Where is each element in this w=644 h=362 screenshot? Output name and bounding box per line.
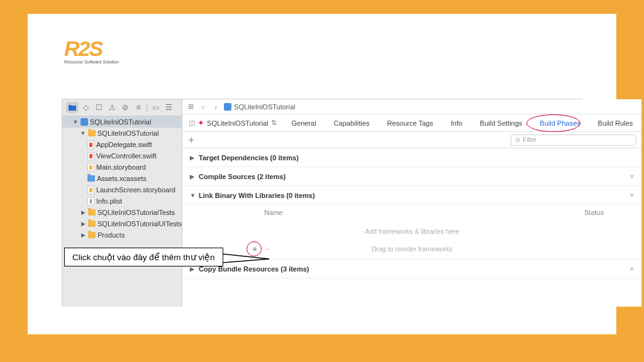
tree-file[interactable]: Assets.xcassets bbox=[62, 173, 182, 184]
link-binary-body: Name Status Add frameworks & libraries h… bbox=[182, 205, 641, 260]
libraries-header: Name Status bbox=[182, 205, 641, 220]
tree-file[interactable]: ViewController.swift bbox=[62, 150, 182, 162]
swift-file-icon bbox=[87, 152, 94, 160]
tree-label: Assets.xcassets bbox=[97, 175, 147, 182]
forward-icon[interactable]: › bbox=[211, 103, 220, 111]
tab-resource-tags[interactable]: Resource Tags bbox=[379, 114, 442, 132]
add-library-button[interactable]: + bbox=[249, 244, 260, 254]
phase-target-dependencies[interactable]: ▶Target Dependencies (0 items) bbox=[182, 148, 641, 167]
logo-subtitle: Resource Software Solution bbox=[64, 60, 119, 64]
targets-toggle-icon: ◫ bbox=[189, 119, 195, 127]
target-app-icon: ✦ bbox=[197, 118, 204, 128]
phase-label: Target Dependencies (0 items) bbox=[199, 154, 299, 162]
tree-label: ViewController.swift bbox=[96, 152, 157, 160]
disclosure-icon: ▶ bbox=[190, 266, 199, 272]
tree-file[interactable]: LaunchScreen.storyboard bbox=[62, 184, 182, 195]
phase-label: Link Binary With Libraries (0 items) bbox=[199, 192, 315, 199]
filter-placeholder: Filter bbox=[523, 136, 536, 143]
tree-label: AppDelegate.swift bbox=[96, 141, 152, 148]
storyboard-icon bbox=[87, 186, 94, 194]
test-nav-icon[interactable]: ≡ bbox=[132, 102, 145, 113]
tab-label: Info bbox=[451, 119, 462, 127]
plist-icon bbox=[87, 197, 94, 206]
storyboard-icon bbox=[87, 163, 94, 172]
disclosure-icon: ▼ bbox=[72, 119, 79, 125]
phase-filter-bar: + ⊝ Filter bbox=[182, 132, 641, 148]
disclosure-icon: ▶ bbox=[80, 209, 86, 216]
tutorial-callout: Click chuột vào đây để thêm thư viện bbox=[64, 248, 223, 266]
tree-label: SQLiteIniOSTutorialTests bbox=[97, 209, 175, 216]
tab-build-rules[interactable]: Build Rules bbox=[589, 114, 642, 132]
folder-nav-icon[interactable] bbox=[66, 102, 79, 113]
tab-build-phases[interactable]: Build Phases bbox=[531, 114, 589, 132]
xcode-window: ◇ ☐ ⚠ ⊘ ≡ ▭ ☰ ▼SQLiteIniOSTutorial ▼SQLi… bbox=[62, 99, 582, 307]
phase-compile-sources[interactable]: ▶Compile Sources (2 items)× bbox=[182, 167, 641, 186]
breadcrumb: ⊞ ‹ › SQLiteIniOSTutorial bbox=[182, 99, 641, 114]
tree-label: SQLiteIniOSTutorial bbox=[97, 129, 158, 137]
tree-group[interactable]: ▶SQLiteIniOSTutorialUITests bbox=[62, 218, 182, 229]
tree-group[interactable]: ▶Products bbox=[62, 229, 182, 241]
remove-phase-icon[interactable]: × bbox=[630, 265, 634, 273]
disclosure-icon: ▼ bbox=[80, 130, 86, 136]
add-phase-button[interactable]: + bbox=[182, 134, 200, 146]
remove-library-button[interactable]: − bbox=[262, 244, 273, 254]
project-root[interactable]: ▼SQLiteIniOSTutorial bbox=[62, 116, 182, 128]
tab-label: General bbox=[292, 119, 316, 127]
logo-text: R2S bbox=[64, 36, 119, 61]
breadcrumb-item[interactable]: SQLiteIniOSTutorial bbox=[224, 103, 295, 111]
column-name: Name bbox=[264, 209, 584, 216]
build-phases-list: ▶Target Dependencies (0 items) ▶Compile … bbox=[182, 148, 641, 307]
chevron-updown-icon: ⇅ bbox=[271, 119, 277, 127]
report-nav-icon[interactable]: ☰ bbox=[162, 102, 175, 113]
disclosure-icon: ▶ bbox=[80, 221, 86, 227]
tab-build-settings[interactable]: Build Settings bbox=[471, 114, 531, 132]
drag-hint: Drag to reorder frameworks bbox=[372, 245, 452, 253]
breadcrumb-label: SQLiteIniOSTutorial bbox=[234, 103, 295, 111]
tab-general[interactable]: General bbox=[283, 114, 325, 132]
folder-icon bbox=[88, 221, 96, 227]
disclosure-icon: ▶ bbox=[190, 155, 199, 161]
tab-label: Capabilities bbox=[334, 119, 370, 127]
project-tabs: ◫ ✦ SQLiteIniOSTutorial ⇅ General Capabi… bbox=[182, 114, 641, 132]
tree-label: Main.storyboard bbox=[96, 163, 146, 171]
symbol-nav-icon[interactable]: ☐ bbox=[92, 102, 105, 113]
phase-link-binary[interactable]: ▼Link Binary With Libraries (0 items)× bbox=[182, 186, 641, 205]
folder-icon bbox=[88, 209, 96, 216]
remove-phase-icon[interactable]: × bbox=[630, 172, 634, 181]
disclosure-icon: ▶ bbox=[190, 173, 199, 180]
debug-nav-icon[interactable]: ▭ bbox=[149, 102, 162, 113]
find-nav-icon[interactable]: ⚠ bbox=[106, 102, 118, 113]
tree-file[interactable]: Info.plist bbox=[62, 195, 182, 207]
folder-icon bbox=[88, 232, 96, 238]
folder-icon bbox=[88, 130, 96, 136]
tree-label: SQLiteIniOSTutorialUITests bbox=[97, 220, 182, 228]
filter-icon: ⊝ bbox=[515, 136, 520, 143]
target-selector[interactable]: ◫ ✦ SQLiteIniOSTutorial ⇅ bbox=[182, 118, 282, 128]
source-control-icon[interactable]: ◇ bbox=[79, 102, 92, 113]
tree-label: Info.plist bbox=[96, 197, 122, 205]
target-label: SQLiteIniOSTutorial bbox=[207, 119, 268, 127]
tree-label: SQLiteIniOSTutorial bbox=[90, 118, 151, 126]
file-tree: ▼SQLiteIniOSTutorial ▼SQLiteIniOSTutoria… bbox=[62, 116, 182, 241]
filter-field[interactable]: ⊝ Filter bbox=[511, 134, 636, 146]
tab-label: Build Phases bbox=[540, 119, 580, 127]
tree-group[interactable]: ▶SQLiteIniOSTutorialTests bbox=[62, 207, 182, 218]
libraries-empty-hint: Add frameworks & libraries here bbox=[182, 220, 641, 241]
back-icon[interactable]: ‹ bbox=[199, 103, 208, 111]
svg-marker-0 bbox=[223, 254, 269, 263]
tree-label: Products bbox=[97, 231, 125, 239]
tab-info[interactable]: Info bbox=[442, 114, 471, 132]
disclosure-icon: ▶ bbox=[80, 232, 86, 238]
remove-phase-icon[interactable]: × bbox=[630, 191, 634, 200]
tab-label: Build Settings bbox=[480, 119, 522, 127]
tree-group[interactable]: ▼SQLiteIniOSTutorial bbox=[62, 128, 182, 139]
project-navigator: ◇ ☐ ⚠ ⊘ ≡ ▭ ☰ ▼SQLiteIniOSTutorial ▼SQLi… bbox=[62, 99, 182, 307]
disclosure-icon: ▼ bbox=[190, 192, 199, 199]
issue-nav-icon[interactable]: ⊘ bbox=[119, 102, 131, 113]
tree-label: LaunchScreen.storyboard bbox=[96, 186, 175, 194]
related-items-icon[interactable]: ⊞ bbox=[186, 102, 195, 111]
tab-label: Build Rules bbox=[598, 119, 633, 127]
tree-file[interactable]: AppDelegate.swift bbox=[62, 139, 182, 150]
tree-file[interactable]: Main.storyboard bbox=[62, 162, 182, 173]
tab-capabilities[interactable]: Capabilities bbox=[325, 114, 379, 132]
